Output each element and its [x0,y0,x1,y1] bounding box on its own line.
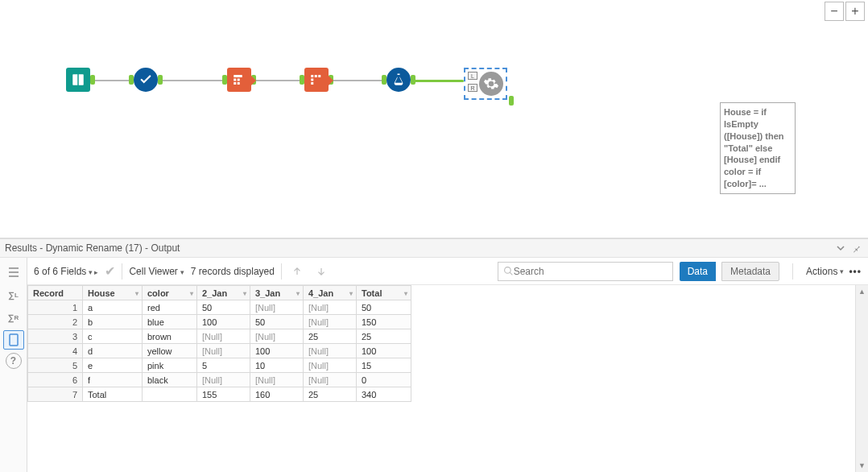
cell[interactable]: 160 [250,387,304,402]
anchor-out[interactable] [90,75,95,85]
tool-select[interactable] [134,68,158,92]
col-total[interactable]: Total▾ [357,286,411,300]
vertical-scrollbar[interactable]: ▲ ▼ [855,285,868,472]
table-row[interactable]: 3cbrown[Null][Null]2525 [28,329,411,344]
cell[interactable]: [Null] [250,329,304,344]
prev-button[interactable] [288,263,306,280]
search-box[interactable] [498,262,673,281]
table-row[interactable]: 5epink510[Null]15 [28,358,411,373]
tab-help[interactable]: ? [6,353,22,369]
cell[interactable]: [Null] [304,344,357,358]
cell[interactable]: 340 [357,387,411,402]
cell[interactable]: 50 [357,300,411,315]
cell[interactable]: blue [143,315,197,329]
data-tab-button[interactable]: Data [680,262,716,281]
table-row[interactable]: 7Total15516025340 [28,387,411,402]
col-4_jan[interactable]: 4_Jan▾ [304,286,357,300]
table-row[interactable]: 1ared50[Null][Null]50 [28,300,411,315]
cell[interactable]: 150 [357,315,411,329]
cell[interactable]: 3 [28,329,83,344]
cell[interactable]: b [83,315,143,329]
cell[interactable]: [Null] [197,329,250,344]
cell[interactable]: 10 [250,358,304,373]
anchor-out[interactable] [158,75,163,85]
table-row[interactable]: 4dyellow[Null]100[Null]100 [28,344,411,358]
scroll-up-icon[interactable]: ▲ [856,285,868,298]
more-icon[interactable]: ••• [849,266,862,277]
col-record[interactable]: Record [28,286,83,300]
cell[interactable]: [Null] [197,344,250,358]
collapse-icon[interactable] [834,242,847,255]
cell[interactable]: black [143,373,197,387]
cell[interactable]: [Null] [304,315,357,329]
cell[interactable]: [Null] [304,358,357,373]
cell[interactable]: c [83,329,143,344]
cell[interactable]: 6 [28,373,83,387]
tool-input-data[interactable] [66,68,90,92]
anchor-r[interactable]: R [468,84,477,92]
metadata-tab-button[interactable]: Metadata [721,262,779,281]
cell[interactable]: 50 [197,300,250,315]
col-3_jan[interactable]: 3_Jan▾ [250,286,304,300]
zoom-out-button[interactable]: − [825,2,844,21]
cell[interactable]: 1 [28,300,83,315]
table-row[interactable]: 2bblue10050[Null]150 [28,315,411,329]
col-2_jan[interactable]: 2_Jan▾ [197,286,250,300]
search-input[interactable] [514,266,668,277]
col-house[interactable]: House▾ [83,286,143,300]
anchor-in[interactable] [382,75,386,85]
cell[interactable]: 4 [28,344,83,358]
tool-dynamic-rename-selected[interactable]: L R [464,68,507,100]
cell[interactable]: [Null] [250,373,304,387]
cell[interactable]: [Null] [304,300,357,315]
tool-transpose[interactable] [227,68,251,92]
anchor-in[interactable] [129,75,134,85]
cell[interactable]: f [83,373,143,387]
cell[interactable]: 100 [250,344,304,358]
anchor-out[interactable] [411,75,415,85]
cell[interactable]: Total [83,387,143,402]
cell[interactable]: [Null] [304,373,357,387]
cell[interactable]: 25 [304,329,357,344]
cell[interactable]: 155 [197,387,250,402]
table-row[interactable]: 6fblack[Null][Null][Null]0 [28,373,411,387]
anchor-out[interactable] [509,96,514,106]
cell[interactable]: 100 [357,344,411,358]
cell[interactable]: [Null] [197,373,250,387]
col-color[interactable]: color▾ [143,286,197,300]
cell[interactable]: 25 [357,329,411,344]
tab-messages[interactable] [3,263,24,282]
cellviewer-dropdown[interactable]: Cell Viewer▾ [129,266,184,277]
cell[interactable]: [Null] [250,300,304,315]
cell[interactable]: a [83,300,143,315]
cell[interactable]: d [83,344,143,358]
cell[interactable]: brown [143,329,197,344]
cell[interactable]: 2 [28,315,83,329]
cell[interactable]: 25 [304,387,357,402]
cell[interactable]: 7 [28,387,83,402]
cell[interactable]: 5 [197,358,250,373]
cell[interactable]: 5 [28,358,83,373]
cell[interactable]: 100 [197,315,250,329]
tool-formula[interactable]: House = if IsEmpty ([House]) then "Total… [386,68,411,92]
actions-dropdown[interactable]: Actions▾••• [806,266,862,277]
workflow-canvas[interactable]: − + [0,0,868,238]
tool-crosstab[interactable] [304,68,329,92]
cell[interactable]: 0 [357,373,411,387]
anchor-l[interactable]: L [468,72,477,80]
pin-icon[interactable] [850,242,863,255]
scroll-down-icon[interactable]: ▼ [856,459,868,472]
cell[interactable]: pink [143,358,197,373]
zoom-in-button[interactable]: + [845,2,865,21]
fields-dropdown[interactable]: 6 of 6 Fields▾▸ [34,266,98,277]
cell[interactable]: 15 [357,358,411,373]
tab-sum-r[interactable]: ∑R [3,308,24,327]
tab-sum-l[interactable]: ∑L [3,285,24,304]
cell[interactable]: yellow [143,344,197,358]
next-button[interactable] [312,263,330,280]
tab-page[interactable] [3,330,24,350]
cell[interactable] [143,387,197,402]
cell[interactable]: red [143,300,197,315]
cell[interactable]: e [83,358,143,373]
cell[interactable]: 50 [250,315,304,329]
